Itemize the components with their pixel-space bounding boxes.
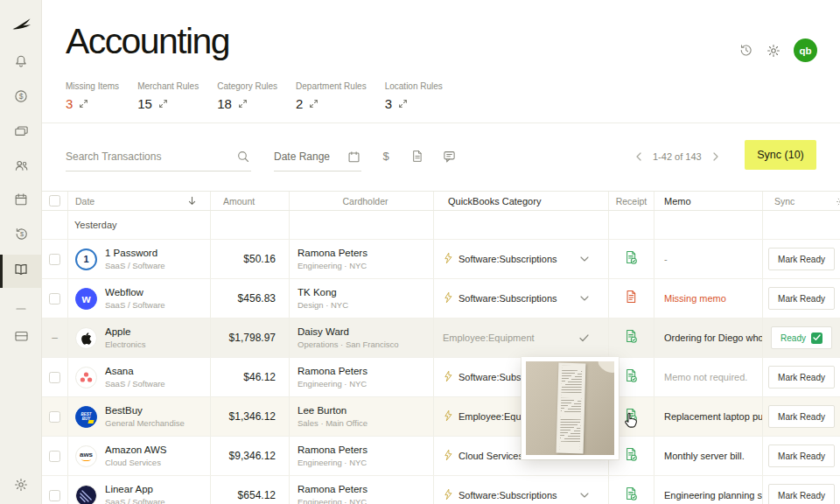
select-all-checkbox[interactable] (49, 195, 60, 206)
sidebar-item-cards[interactable] (0, 116, 42, 150)
memo-cell[interactable]: Engineering planning soft (654, 476, 763, 504)
quickbooks-logo[interactable]: qb (794, 38, 817, 62)
receipt-attached-icon[interactable] (625, 486, 638, 504)
memo-cell[interactable]: Replacement laptop purc (654, 397, 763, 436)
expand-icon[interactable] (79, 96, 88, 111)
row-checkbox[interactable] (49, 411, 60, 423)
row-checkbox[interactable] (49, 451, 60, 462)
receipt-preview-popup[interactable] (522, 357, 619, 459)
mark-ready-button[interactable]: Mark Ready (768, 366, 835, 388)
sync-cell: Mark Ready (763, 437, 840, 475)
sidebar-item-accounting[interactable] (0, 255, 42, 288)
receipt-cell[interactable] (609, 279, 654, 318)
memo-cell[interactable]: Missing memo (654, 279, 763, 318)
mark-ready-button[interactable]: Mark Ready (768, 444, 835, 467)
mark-ready-button[interactable]: Mark Ready (768, 287, 835, 310)
receipt-cell[interactable] (609, 476, 654, 504)
transaction-row[interactable]: Asana SaaS / Software $46.12 Ramona Pete… (42, 358, 840, 397)
cardholder-dept-location: Design · NYC (298, 301, 348, 310)
sidebar-item-reimbursements[interactable]: $ (0, 219, 42, 252)
sidebar-item-people[interactable] (0, 150, 42, 184)
column-header-receipt[interactable]: Receipt (609, 192, 654, 210)
merchant-category: SaaS / Software (105, 498, 165, 504)
quickbooks-category-cell[interactable]: Software:Subscriptions (434, 240, 609, 278)
aws-logo: aws (75, 445, 97, 467)
sync-button[interactable]: Sync (10) (745, 140, 816, 170)
sidebar-item-notifications[interactable] (0, 46, 42, 80)
chevron-down-icon[interactable] (580, 493, 589, 498)
stat-department-rules[interactable]: Department Rules 2 (296, 81, 367, 111)
search-input[interactable] (66, 150, 235, 163)
receipt-attached-icon[interactable] (625, 368, 638, 387)
receipt-cell[interactable] (609, 240, 654, 278)
mark-ready-button[interactable]: Mark Ready (768, 405, 835, 428)
category-value: Cloud Services (458, 451, 523, 461)
transaction-row[interactable]: w Webflow SaaS / Software $456.83 TK Kon… (42, 279, 840, 318)
chevron-down-icon[interactable] (580, 296, 589, 301)
prev-page-icon[interactable] (636, 152, 641, 161)
memo-cell[interactable]: Memo not required. (654, 358, 763, 396)
gear-icon[interactable] (766, 43, 781, 59)
amount-filter-icon[interactable]: $ (378, 148, 394, 164)
cards-icon (14, 124, 29, 142)
sort-descending-icon[interactable] (188, 196, 196, 206)
sidebar-item-ramp-logo[interactable] (0, 9, 42, 42)
quickbooks-category-cell[interactable]: Software:Subscriptions (434, 279, 609, 318)
transaction-row[interactable]: Linear App SaaS / Software $654.12 Ramon… (42, 476, 840, 504)
column-header-sync[interactable]: Sync (763, 192, 840, 210)
quickbooks-category-cell[interactable]: Software:Subscriptions (434, 476, 609, 504)
transaction-row[interactable]: aws Amazon AWS Cloud Services $9,346.12 … (42, 437, 840, 476)
receipt-attached-icon[interactable] (625, 408, 638, 426)
column-header-cardholder[interactable]: Cardholder (290, 192, 434, 210)
stat-category-rules[interactable]: Category Rules 18 (217, 81, 277, 111)
column-header-amount[interactable]: Amount (211, 192, 290, 210)
receipt-attached-icon[interactable] (625, 329, 638, 347)
transaction-row[interactable]: BESTBUY BestBuy General Merchandise $1,3… (42, 397, 840, 437)
search-box[interactable] (66, 143, 251, 172)
stat-location-rules[interactable]: Location Rules 3 (385, 81, 443, 111)
chevron-down-icon[interactable] (580, 256, 589, 262)
row-checkbox[interactable] (49, 254, 60, 265)
row-checkbox[interactable] (49, 293, 60, 304)
memo-cell[interactable]: Ordering for Diego who's (654, 318, 763, 357)
next-page-icon[interactable] (713, 152, 718, 161)
column-header-category[interactable]: QuickBooks Category (434, 192, 609, 210)
sidebar-item-balance[interactable]: $ (0, 81, 42, 115)
history-icon[interactable] (738, 43, 753, 59)
transaction-row[interactable]: – Apple Electronics $1,798.97 Daisy Ward… (42, 318, 840, 358)
ready-checkbox-icon[interactable] (811, 332, 822, 344)
mark-ready-button[interactable]: Mark Ready (768, 484, 835, 504)
amount-cell: $50.16 (211, 240, 290, 278)
transaction-row[interactable]: 1 1 Password SaaS / Software $50.16 Ramo… (42, 240, 840, 279)
ready-button[interactable]: Ready (771, 326, 832, 349)
column-header-date[interactable]: Date (68, 192, 211, 210)
memo-cell[interactable]: Monthly server bill. (654, 437, 763, 475)
column-settings-icon[interactable] (836, 196, 840, 207)
receipt-attached-icon[interactable] (625, 447, 638, 466)
svg-text:$: $ (19, 92, 24, 101)
quickbooks-category-cell[interactable]: Employee:Equipment (434, 318, 609, 357)
receipt-cell[interactable] (609, 318, 654, 357)
stat-missing-items[interactable]: Missing Items 3 (66, 81, 119, 111)
expand-icon[interactable] (309, 96, 318, 111)
mark-ready-button[interactable]: Mark Ready (768, 248, 835, 270)
pagination-range: 1-42 of 143 (653, 151, 702, 162)
expand-icon[interactable] (238, 96, 248, 111)
sidebar-item-settings[interactable] (0, 470, 42, 503)
receipt-filter-icon[interactable] (410, 148, 425, 164)
sidebar-item-vault[interactable] (0, 321, 42, 354)
column-header-memo[interactable]: Memo (654, 192, 763, 210)
receipt-missing-icon[interactable] (626, 290, 637, 307)
expand-icon[interactable] (398, 96, 408, 111)
memo-cell[interactable]: - (654, 240, 763, 278)
sidebar-item-collapse[interactable] (0, 290, 42, 323)
receipt-attached-icon[interactable] (625, 250, 638, 269)
date-range-filter[interactable]: Date Range (274, 143, 361, 172)
row-checkbox[interactable] (49, 372, 60, 383)
dollar-circle-icon: $ (14, 89, 28, 107)
expand-icon[interactable] (158, 96, 168, 111)
memo-filter-icon[interactable] (441, 148, 457, 164)
sidebar-item-billing[interactable] (0, 185, 42, 218)
stat-merchant-rules[interactable]: Merchant Rules 15 (137, 81, 199, 111)
row-checkbox[interactable] (49, 490, 60, 501)
